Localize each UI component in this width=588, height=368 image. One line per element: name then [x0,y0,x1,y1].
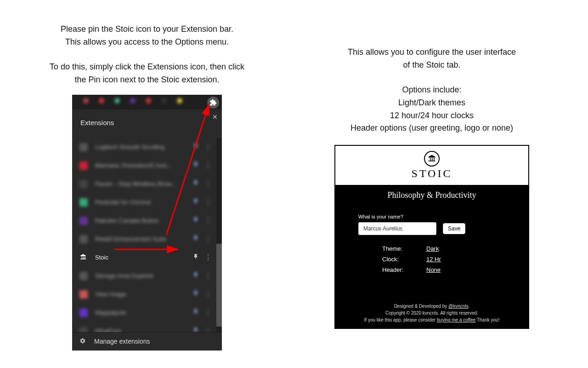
pin-icon[interactable] [192,235,199,243]
credits-line2: Copyright © 2020 kvncnls. All rights res… [335,310,528,316]
extension-icon [79,309,88,317]
extension-row[interactable]: View Image⋮ [72,285,216,304]
extension-label: Pause – Stop Mindless Brow... [95,180,192,187]
stoic-logo-icon [424,151,440,167]
extension-row[interactable]: Stoic⋮ [72,248,216,267]
credits-line3-suffix: Thank you! [475,317,499,322]
extension-label: Wappalyzer [95,309,192,316]
pin-icon[interactable] [192,290,199,298]
more-icon[interactable]: ⋮ [204,253,212,262]
extensions-list: Logitech Smooth Scrolling⋮Marinara: Pomo… [72,138,216,332]
browser-toolbar [72,95,222,109]
left-line-3: To do this, simply click the Extensions … [50,61,244,74]
left-line-2: This allows you access to the Options me… [61,36,233,49]
extension-label: WhatFont [95,328,192,332]
gear-icon [79,338,86,345]
extension-icon [79,253,88,262]
extension-label: Reddit Enhancement Suite [95,236,192,242]
pin-icon[interactable] [192,327,199,332]
manage-extensions-button[interactable]: Manage extensions [72,332,222,351]
setting-value-toggle[interactable]: 12 Hr [426,256,441,263]
pin-icon[interactable] [192,180,199,188]
extension-icon [79,180,88,188]
extension-row[interactable]: Pesticide for Chrome⋮ [72,193,216,212]
pin-icon[interactable] [192,309,199,316]
stoic-brand-title: STOIC [412,167,452,180]
credits-coffee-link[interactable]: buying me a coffee [437,317,475,322]
more-icon[interactable]: ⋮ [204,235,212,243]
setting-row: Clock:12 Hr [382,256,505,263]
right-line-6: Header options (user greeting, logo or n… [351,122,513,135]
extension-label: Pesticide for Chrome [95,199,192,206]
pin-icon[interactable] [192,253,199,261]
credits-line3-prefix: If you like this app, please consider [364,317,437,322]
left-line-4: the Pin icon next to the Stoic extension… [50,74,244,86]
setting-key: Clock: [382,256,426,263]
extension-icon [79,327,88,332]
extension-row[interactable]: Marinara: Pomodoro® Assi...⋮ [72,156,216,175]
setting-key: Header: [382,266,426,273]
extension-row[interactable]: Storage Area Explorer⋮ [72,267,216,285]
more-icon[interactable]: ⋮ [204,198,212,207]
more-icon[interactable]: ⋮ [204,179,212,188]
extension-row[interactable]: Reddit Enhancement Suite⋮ [72,230,216,248]
extension-label: View Image [95,291,192,298]
right-line-5: 12 hour/24 hour clocks [351,109,513,122]
extension-row[interactable]: Rakuten Canada Button⋮ [72,212,216,230]
extension-label: Marinara: Pomodoro® Assi... [95,162,192,169]
right-line-3: Options include: [351,84,513,97]
left-instructions-block-2: To do this, simply click the Extensions … [50,61,244,86]
options-settings-list: Theme:DarkClock:12 HrHeader:None [382,245,505,273]
more-icon[interactable]: ⋮ [204,161,212,170]
extension-label: Rakuten Canada Button [95,217,192,224]
more-icon[interactable]: ⋮ [204,308,212,317]
credits-author-link[interactable]: @kvncnls [448,304,469,309]
close-icon[interactable]: × [212,112,217,122]
options-subtitle: Philosophy & Productivity [335,185,528,203]
scrollbar-thumb[interactable] [216,244,222,327]
extension-icon [79,143,88,151]
extension-label: Stoic [95,254,192,261]
toolbar-pinned-icons-blurred [83,98,182,104]
extension-icon [79,290,88,299]
extension-icon [79,161,88,170]
extensions-panel: × Extensions Logitech Smooth Scrolling⋮M… [72,109,222,351]
extension-row[interactable]: Logitech Smooth Scrolling⋮ [72,138,216,156]
scrollbar[interactable] [216,138,222,332]
pin-icon[interactable] [192,272,199,280]
setting-value-toggle[interactable]: None [426,266,441,273]
setting-key: Theme: [382,245,426,252]
options-panel-screenshot: STOIC Philosophy & Productivity What is … [334,145,529,329]
more-icon[interactable]: ⋮ [204,271,212,280]
right-line-4: Light/Dark themes [351,97,513,109]
setting-value-toggle[interactable]: Dark [426,245,439,252]
credits-line1-suffix: . [469,304,470,309]
options-credits: Designed & Developed by @kvncnls. Copyri… [335,303,528,323]
credits-line1-prefix: Designed & Developed by [394,304,448,309]
pin-icon[interactable] [192,161,199,169]
extension-row[interactable]: WhatFont⋮ [72,322,216,332]
left-instructions-block-1: Please pin the Stoic icon to your Extens… [61,23,233,49]
pin-icon[interactable] [192,143,199,151]
extension-icon [79,198,88,207]
setting-row: Header:None [382,266,505,273]
more-icon[interactable]: ⋮ [204,327,212,332]
puzzle-icon [209,99,217,106]
extensions-toolbar-button[interactable] [207,97,219,109]
name-input[interactable] [358,222,436,235]
right-line-1: This allows you to configure the user in… [348,46,516,59]
extension-row[interactable]: Wappalyzer⋮ [72,304,216,322]
manage-extensions-label: Manage extensions [94,338,150,345]
more-icon[interactable]: ⋮ [204,216,212,225]
more-icon[interactable]: ⋮ [204,290,212,299]
extension-row[interactable]: Pause – Stop Mindless Brow...⋮ [72,175,216,193]
save-button[interactable]: Save [443,223,465,234]
setting-row: Theme:Dark [382,245,505,252]
extension-label: Logitech Smooth Scrolling [95,144,192,150]
right-instructions-block-2: Options include: Light/Dark themes 12 ho… [351,84,513,135]
extension-icon [79,272,88,280]
more-icon[interactable]: ⋮ [204,143,212,151]
pin-icon[interactable] [192,217,199,224]
extension-label: Storage Area Explorer [95,272,192,279]
pin-icon[interactable] [192,198,199,206]
